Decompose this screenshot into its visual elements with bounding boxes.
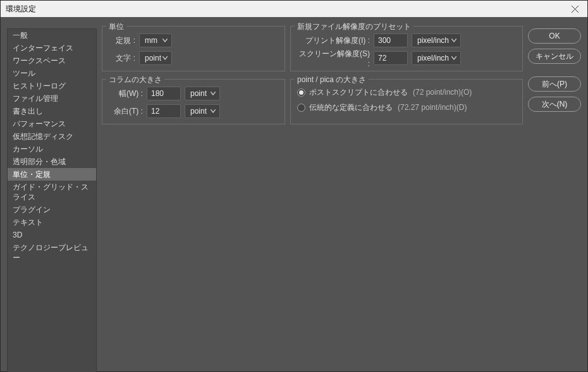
sidebar-item-tools[interactable]: ツール [8,67,96,80]
screen-unit-value: pixel/inch [417,54,449,63]
col-gutter-label: 余白(T) : [111,106,143,117]
print-res-label: プリント解像度(I) : [297,35,370,46]
col-gutter-input[interactable] [147,104,181,118]
screen-unit-select[interactable]: pixel/inch [412,51,461,65]
titlebar: 環境設定 [1,1,587,17]
fieldset-pointpica: point / pica の大きさ ポストスクリプトに合わせる (72 poin… [290,79,523,124]
row-2: コラムの大きさ 幅(W) : point 余白(T) : point [102,75,523,124]
ruler-row: 定規 : mm [111,32,278,49]
sidebar-item-performance[interactable]: パフォーマンス [8,117,96,130]
type-select[interactable]: point [139,51,172,65]
sidebar-item-general[interactable]: 一般 [8,29,96,42]
chevron-down-icon [162,39,168,42]
sidebar-item-transparency[interactable]: 透明部分・色域 [8,155,96,168]
sidebar-item-techpreview[interactable]: テクノロジープレビュー [8,241,96,264]
chevron-down-icon [211,92,216,95]
col-width-label: 幅(W) : [111,88,143,99]
next-button[interactable]: 次へ(N) [528,97,581,112]
print-res-row: プリント解像度(I) : pixel/inch [297,32,516,49]
sidebar: 一般 インターフェイス ワークスペース ツール ヒストリーログ ファイル管理 書… [7,28,97,372]
sidebar-item-interface[interactable]: インターフェイス [8,42,96,54]
pointpica-legend: point / pica の大きさ [295,75,369,85]
ruler-value: mm [145,36,157,45]
traditional-radio-row[interactable]: 伝統的な定義に合わせる (72.27 point/inch)(D) [297,100,516,115]
traditional-label: 伝統的な定義に合わせる [309,102,393,113]
sidebar-item-cursors[interactable]: カーソル [8,143,96,155]
chevron-down-icon [162,56,168,60]
sidebar-item-type[interactable]: テキスト [8,216,96,229]
column-legend: コラムの大きさ [106,75,164,85]
traditional-radio[interactable] [297,104,305,112]
ok-button[interactable]: OK [528,28,581,44]
fieldset-units: 単位 定規 : mm 文字 : point [102,26,285,71]
row-1: 単位 定規 : mm 文字 : point [102,22,523,71]
chevron-down-icon [451,39,456,42]
content-area: 一般 インターフェイス ワークスペース ツール ヒストリーログ ファイル管理 書… [1,17,587,372]
sidebar-item-3d[interactable]: 3D [8,229,96,241]
fieldset-preset: 新規ファイル解像度のプリセット プリント解像度(I) : pixel/inch … [290,26,523,71]
postscript-label: ポストスクリプトに合わせる [309,87,408,98]
sidebar-item-scratchdisks[interactable]: 仮想記憶ディスク [8,130,96,143]
right-buttons: OK キャンセル 前へ(P) 次へ(N) [528,22,581,372]
print-res-input[interactable] [374,33,408,47]
postscript-radio[interactable] [297,88,305,97]
screen-res-row: スクリーン解像度(S) : pixel/inch [297,49,516,67]
sidebar-item-plugins[interactable]: プラグイン [8,203,96,216]
dialog-title: 環境設定 [6,4,36,15]
cancel-button[interactable]: キャンセル [528,49,581,64]
col-width-row: 幅(W) : point [111,85,278,102]
type-row: 文字 : point [111,49,278,67]
col-gutter-unit-value: point [190,107,207,116]
type-label: 文字 : [111,53,135,64]
type-value: point [145,54,161,63]
sidebar-item-guides-grid[interactable]: ガイド・グリッド・スライス [8,181,96,203]
fieldset-column: コラムの大きさ 幅(W) : point 余白(T) : point [102,79,285,124]
print-unit-select[interactable]: pixel/inch [412,33,461,47]
chevron-down-icon [451,56,456,60]
ruler-label: 定規 : [111,35,135,46]
col-gutter-unit-select[interactable]: point [185,104,220,118]
sidebar-item-historylog[interactable]: ヒストリーログ [8,80,96,92]
col-width-unit-value: point [190,89,207,98]
preset-legend: 新規ファイル解像度のプリセット [295,21,413,32]
sidebar-item-workspace[interactable]: ワークスペース [8,54,96,67]
units-legend: 単位 [106,21,126,32]
chevron-down-icon [211,109,216,113]
col-gutter-row: 余白(T) : point [111,102,278,120]
sidebar-item-units-rulers[interactable]: 単位・定規 [8,168,96,181]
prev-button[interactable]: 前へ(P) [528,76,581,92]
col-width-input[interactable] [147,87,181,100]
screen-res-label: スクリーン解像度(S) : [297,49,370,68]
preferences-dialog: 環境設定 一般 インターフェイス ワークスペース ツール ヒストリーログ ファイ… [0,0,588,372]
ruler-select[interactable]: mm [139,33,172,47]
close-icon [572,6,579,13]
postscript-sub: (72 point/inch)(O) [413,88,472,97]
print-unit-value: pixel/inch [417,36,449,45]
traditional-sub: (72.27 point/inch)(D) [398,103,467,112]
sidebar-item-export[interactable]: 書き出し [8,105,96,117]
close-button[interactable] [562,1,587,17]
postscript-radio-row[interactable]: ポストスクリプトに合わせる (72 point/inch)(O) [297,85,516,100]
sidebar-item-filehandling[interactable]: ファイル管理 [8,92,96,105]
screen-res-input[interactable] [374,51,408,65]
col-width-unit-select[interactable]: point [185,87,220,100]
main-panel: 単位 定規 : mm 文字 : point [97,22,528,372]
